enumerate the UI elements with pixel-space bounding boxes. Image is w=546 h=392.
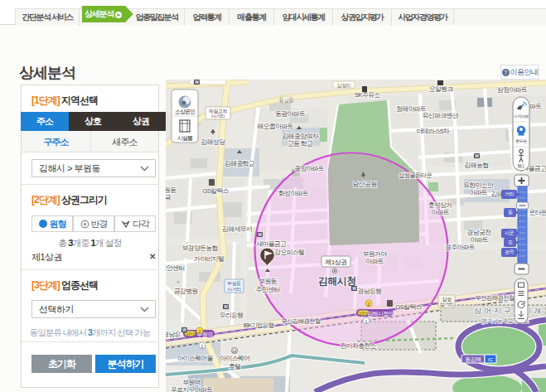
svg-text:삼정리: 삼정리 bbox=[337, 83, 351, 89]
svg-text:주민센터: 주민센터 bbox=[256, 286, 281, 293]
svg-text:제일교회: 제일교회 bbox=[209, 109, 228, 114]
svg-text:아파트: 아파트 bbox=[365, 258, 384, 265]
svg-text:새마을금고: 새마을금고 bbox=[256, 240, 287, 248]
svg-text:부경양돈농협: 부경양돈농협 bbox=[181, 244, 217, 252]
svg-text:김해중앙여자: 김해중앙여자 bbox=[282, 133, 318, 140]
svg-text:동상동: 동상동 bbox=[279, 98, 293, 103]
svg-text:부원역: 부원역 bbox=[182, 379, 201, 386]
svg-text:시설물: 시설물 bbox=[177, 135, 193, 141]
svg-text:원동: 원동 bbox=[166, 186, 176, 194]
svg-text:국: 국 bbox=[166, 194, 171, 201]
svg-text:아파트: 아파트 bbox=[431, 209, 449, 216]
svg-text:삼어지구도시개: 삼어지구도시개 bbox=[474, 307, 544, 315]
svg-text:아이스퀘어몰: 아이스퀘어몰 bbox=[176, 355, 213, 362]
svg-text:거리: 거리 bbox=[505, 191, 514, 196]
svg-text:오일뱅크: 오일뱅크 bbox=[429, 85, 454, 93]
svg-text:김해시청: 김해시청 bbox=[318, 275, 356, 287]
svg-text:김해시청역: 김해시청역 bbox=[367, 311, 394, 317]
svg-text:로드뷰: 로드뷰 bbox=[515, 138, 527, 143]
svg-text:고등 학교: 고등 학교 bbox=[287, 140, 313, 148]
svg-text:시군: 시군 bbox=[505, 230, 515, 235]
svg-text:경남은행: 경남은행 bbox=[358, 288, 382, 295]
svg-text:W: W bbox=[195, 80, 199, 85]
svg-text:김해세무서: 김해세무서 bbox=[222, 225, 252, 233]
svg-text:부원동: 부원동 bbox=[259, 278, 277, 285]
svg-text:IBK기업은행: IBK기업은행 bbox=[244, 322, 274, 329]
svg-text:더테라스5차: 더테라스5차 bbox=[416, 128, 449, 135]
svg-text:소상공인: 소상공인 bbox=[175, 109, 196, 115]
svg-text:SK주유소: SK주유소 bbox=[355, 91, 380, 99]
svg-text:W: W bbox=[475, 153, 479, 158]
svg-text:부원동: 부원동 bbox=[227, 281, 241, 286]
svg-text:중앙아파트: 중앙아파트 bbox=[294, 165, 325, 172]
svg-text:+: + bbox=[176, 278, 181, 286]
svg-text:부원가야: 부원가야 bbox=[363, 250, 389, 258]
svg-text:파트: 파트 bbox=[529, 103, 542, 110]
svg-text:호석상가: 호석상가 bbox=[428, 201, 453, 209]
svg-text:사거리: 사거리 bbox=[211, 114, 225, 119]
svg-text:아이스퀘어: 아이스퀘어 bbox=[220, 355, 250, 362]
svg-text:GS칼텍스: GS칼텍스 bbox=[395, 303, 422, 311]
svg-text:김해농협: 김해농협 bbox=[465, 162, 489, 169]
svg-text:화성아파트: 화성아파트 bbox=[278, 190, 309, 197]
svg-text:삼거리: 삼거리 bbox=[440, 302, 454, 307]
svg-text:경주아파트: 경주아파트 bbox=[445, 244, 476, 251]
svg-text:삼정아파트: 삼정아파트 bbox=[497, 86, 528, 94]
svg-text:남산공원: 남산공원 bbox=[353, 181, 378, 188]
svg-text:W: W bbox=[182, 327, 186, 332]
svg-text:IC: IC bbox=[488, 357, 494, 362]
svg-text:전기차충전소: 전기차충전소 bbox=[340, 342, 376, 350]
svg-text:스카이뷰: 스카이뷰 bbox=[514, 114, 529, 119]
svg-text:H: H bbox=[233, 349, 236, 354]
svg-text:로타운: 로타운 bbox=[529, 209, 546, 216]
svg-text:부산김해경전철: 부산김해경전철 bbox=[282, 317, 321, 325]
svg-text:제1상권: 제1상권 bbox=[325, 259, 347, 266]
svg-text:경남은: 경남은 bbox=[166, 331, 181, 338]
svg-text:김해성당: 김해성당 bbox=[201, 138, 226, 146]
svg-text:사거리: 사거리 bbox=[227, 287, 241, 292]
svg-text:W: W bbox=[352, 286, 356, 291]
svg-text:우리은행: 우리은행 bbox=[220, 312, 244, 319]
svg-text:경남궁전: 경남궁전 bbox=[467, 229, 491, 236]
svg-text:GS칼텍스: GS칼텍스 bbox=[202, 187, 229, 195]
svg-text:전국: 전국 bbox=[505, 249, 515, 254]
svg-text:아파트: 아파트 bbox=[469, 189, 487, 196]
svg-text:푸르지오아파트: 푸르지오아파트 bbox=[171, 386, 213, 392]
svg-text:동광아파트: 동광아파트 bbox=[275, 110, 306, 118]
svg-text:W: W bbox=[258, 232, 262, 237]
svg-text:삼정골든타운: 삼정골든타운 bbox=[399, 172, 432, 179]
svg-text:치안센터: 치안센터 bbox=[166, 264, 185, 272]
svg-text:부산김해경전철: 부산김해경전철 bbox=[476, 294, 515, 302]
svg-text:강오피스텔: 강오피스텔 bbox=[274, 249, 305, 256]
svg-text:도: 도 bbox=[508, 240, 513, 244]
svg-text:김해중학교: 김해중학교 bbox=[225, 160, 255, 167]
svg-text:호텔: 호텔 bbox=[229, 363, 241, 370]
svg-text:해오름아파트: 해오름아파트 bbox=[257, 123, 293, 130]
svg-text:동: 동 bbox=[508, 210, 513, 215]
svg-text:아파트: 아파트 bbox=[470, 236, 488, 244]
svg-text:유한미소안: 유한미소안 bbox=[463, 181, 494, 189]
svg-text:W: W bbox=[224, 304, 228, 309]
svg-text:맵도: 맵도 bbox=[518, 163, 526, 168]
svg-text:금강병원: 금강병원 bbox=[174, 288, 199, 295]
svg-text:유신파크맨션: 유신파크맨션 bbox=[422, 112, 458, 119]
svg-text:동김해: 동김해 bbox=[466, 356, 481, 362]
svg-text:가야비지텔: 가야비지텔 bbox=[194, 255, 225, 263]
